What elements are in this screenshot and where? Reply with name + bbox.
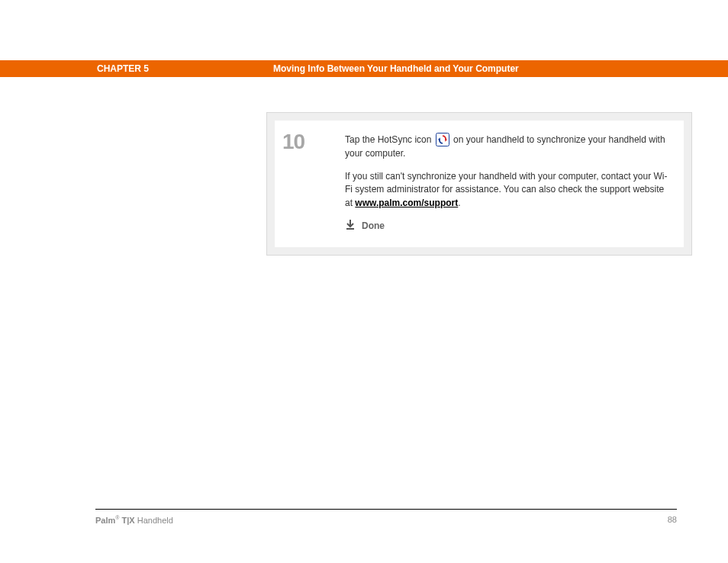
- footer-page-number: 88: [668, 515, 677, 524]
- chapter-header-bar: CHAPTER 5 Moving Info Between Your Handh…: [0, 60, 728, 77]
- step-text-1: Tap the HotSync icon on your handheld to…: [345, 133, 673, 161]
- footer-brand: Palm® T|X Handheld: [95, 515, 173, 525]
- done-row: Done: [345, 219, 673, 233]
- footer-brand-bold: Palm: [95, 516, 115, 525]
- step-text-2b: .: [458, 198, 460, 208]
- done-label: Done: [362, 220, 385, 233]
- hotsync-icon: [436, 133, 449, 150]
- step-number: 10: [282, 130, 304, 154]
- step-text-2: If you still can't synchronize your hand…: [345, 170, 673, 210]
- step-body: Tap the HotSync icon on your handheld to…: [345, 133, 673, 233]
- support-link[interactable]: www.palm.com/support: [355, 198, 458, 208]
- footer-brand-rest: Handheld: [135, 516, 173, 525]
- chapter-label: CHAPTER 5: [97, 63, 149, 74]
- step-inner: 10 Tap the HotSync icon on your handhel: [275, 121, 684, 247]
- step-container: 10 Tap the HotSync icon on your handhel: [266, 112, 692, 256]
- step-text-1a: Tap the HotSync icon: [345, 134, 434, 145]
- footer-brand-model: T|X: [119, 516, 134, 525]
- done-arrow-icon: [345, 219, 356, 233]
- svg-rect-0: [436, 134, 449, 146]
- chapter-title: Moving Info Between Your Handheld and Yo…: [273, 63, 519, 74]
- footer-divider: [95, 509, 677, 510]
- page: CHAPTER 5 Moving Info Between Your Handh…: [0, 0, 728, 563]
